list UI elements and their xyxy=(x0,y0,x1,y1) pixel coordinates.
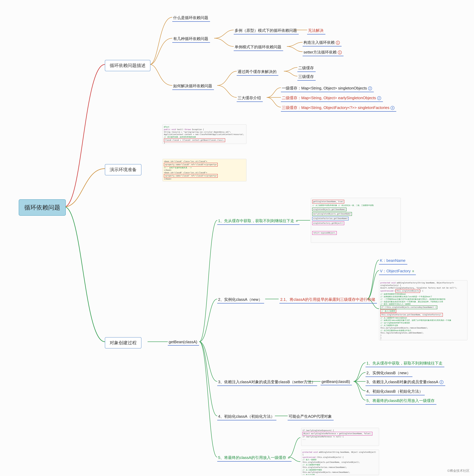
leaf-level3-cache[interactable]: 三级缓存 xyxy=(297,73,316,81)
leaf-prototype[interactable]: 多例（原型）模式下的循环依赖问题 xyxy=(234,27,299,34)
leaf-three-cache-intro[interactable]: 三大缓存介绍 xyxy=(237,94,263,102)
leaf-step2-1[interactable]: 2.1、将classA的引用提早的暴露到三级缓存中进行存储 xyxy=(279,296,377,304)
leaf-two-cache[interactable]: 通过两个缓存来解决的 xyxy=(237,68,278,76)
leaf-getBean-B[interactable]: getBean(classB) xyxy=(321,378,352,385)
note-icon-3: ≡ xyxy=(288,456,290,460)
watermark: ©稀金技术社区 xyxy=(447,469,470,473)
branch-env[interactable]: 演示环境准备 xyxy=(105,164,141,175)
leaf-singleton[interactable]: 单例模式下的循环依赖问题 xyxy=(234,43,283,51)
code-env-xml: <bean id="classA" class="ioc.cd.ClassA">… xyxy=(163,159,246,181)
note-icon-2: ≡ xyxy=(412,269,414,273)
leaf-level2-cache[interactable]: 二级缓存 xyxy=(297,65,316,72)
leaf-s4-1[interactable]: 可能会产生AOP代理对象 xyxy=(288,413,334,420)
leaf-cache-l2[interactable]: 二级缓存：Map<String, Object> earlySingletonO… xyxy=(281,94,383,102)
leaf-s3-1[interactable]: 1、先从缓存中获取，获取不到则继续往下走 xyxy=(366,360,444,367)
badge-2b: 2 xyxy=(377,96,381,100)
leaf-cache-l3[interactable]: 三级缓存：Map<String, ObjectFactory<?>> singl… xyxy=(281,104,396,112)
leaf-constructor-inj[interactable]: 构造注入循环依赖1 xyxy=(303,39,342,47)
leaf-s3-2[interactable]: 2、实例化classB（new） xyxy=(366,369,412,377)
leaf-s3-5[interactable]: 5、将最终的classB的引用放入一级缓存 xyxy=(366,397,436,405)
leaf-how-solve[interactable]: 如何解决循环依赖问题 xyxy=(172,83,214,90)
leaf-unable[interactable]: 无法解决 xyxy=(307,27,325,34)
leaf-types[interactable]: 有几种循环依赖问题 xyxy=(172,35,210,43)
leaf-step2[interactable]: 2、实例化classA（new） xyxy=(217,296,264,304)
leaf-step5[interactable]: 5、将最终的classA的引用放入一级缓存≡ xyxy=(217,454,292,462)
code-step2: protected void addSingletonFactory(Strin… xyxy=(379,280,467,340)
badge-2a: 2 xyxy=(368,86,372,90)
badge-1a: 1 xyxy=(336,41,340,45)
leaf-getBean-A[interactable]: getBean(classA) xyxy=(168,339,199,346)
note-icon: ≡ xyxy=(296,219,298,223)
leaf-step4[interactable]: 4、初始化classA（初始化方法） xyxy=(217,413,277,420)
leaf-what-is[interactable]: 什么是循环依赖问题 xyxy=(172,14,210,22)
code-env-java: @Test public void test() throws Exceptio… xyxy=(163,124,246,144)
badge-4: 4 xyxy=(391,106,394,110)
leaf-s3-4[interactable]: 4、初始化classB（初始化方法） xyxy=(366,388,425,395)
branch-desc[interactable]: 循环依赖问题描述 xyxy=(105,60,150,71)
leaf-cache-l1[interactable]: 一级缓存：Map<String, Object> singletonObject… xyxy=(281,85,374,92)
leaf-step1[interactable]: 1、先从缓存中获取，获取不到则继续往下走≡ xyxy=(217,217,299,225)
badge-1b: 1 xyxy=(338,51,342,54)
code-step5-pre: if (earlySingletonExposure) { Object ear… xyxy=(301,428,379,446)
code-step1: getSingleton(beanName, true) // 从三级缓存中获取… xyxy=(311,198,401,243)
badge-2c: 2 xyxy=(440,380,443,384)
leaf-step3[interactable]: 3、依赖注入classA对象的成员变量classB（setter方法） xyxy=(217,378,317,386)
leaf-k-beanname[interactable]: K：beanName xyxy=(379,257,407,265)
code-step5: protected void addSingleton(String beanN… xyxy=(301,450,379,475)
root-node[interactable]: 循环依赖问题 xyxy=(19,199,66,216)
leaf-s3-3[interactable]: 3、依赖注入classB对象的成员变量classA2 xyxy=(366,378,445,386)
leaf-v-objfactory[interactable]: V：ObjectFactory≡ xyxy=(379,268,416,275)
branch-create[interactable]: 对象创建过程 xyxy=(105,337,141,348)
leaf-setter-inj[interactable]: setter方法循环依赖1 xyxy=(303,49,343,56)
